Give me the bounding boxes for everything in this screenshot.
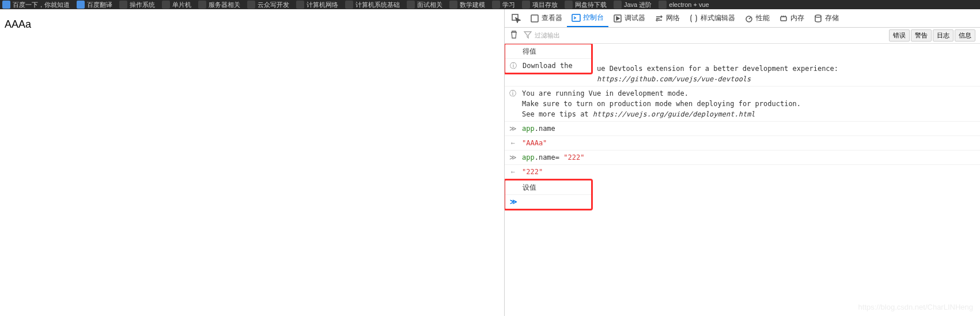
tab-storage[interactable]: 存储 <box>809 9 843 27</box>
filter-icon <box>523 30 532 41</box>
bookmark-label: 计算机系统基础 <box>355 1 400 9</box>
bookmark-label: 数学建模 <box>460 1 485 9</box>
console-message: ue Devtools extension for a better devel… <box>597 63 977 84</box>
bookmark-item[interactable]: 项目存放 <box>522 1 558 9</box>
picker-icon <box>512 14 521 23</box>
tab-label: 存储 <box>825 13 839 23</box>
bookmark-icon <box>522 1 530 9</box>
devtools-panel: 查看器 控制台 调试器 网络 样式编辑器 性能 <box>504 9 980 316</box>
bookmark-item[interactable]: 计算机网络 <box>296 1 338 9</box>
tab-inspector[interactable]: 查看器 <box>525 9 567 27</box>
console-input-text: app.name <box>522 123 977 134</box>
bookmark-icon <box>565 1 573 9</box>
main-container: AAAa 查看器 控制台 调试器 网络 <box>0 9 980 316</box>
highlight-box-1: 得值 ⓘ Download the <box>505 44 593 74</box>
filter-errors[interactable]: 错误 <box>889 29 910 42</box>
performance-icon <box>744 14 754 23</box>
bookmark-label: 百度一下，你就知道 <box>13 1 70 9</box>
output-arrow-icon: ← <box>508 138 517 148</box>
bookmark-icon <box>296 1 304 9</box>
trash-icon[interactable] <box>509 30 519 41</box>
bookmark-item[interactable]: 操作系统 <box>119 1 155 9</box>
console-input-row[interactable]: ≫ app.name <box>505 122 980 136</box>
info-icon: ⓘ <box>508 88 517 99</box>
bookmark-icon <box>345 1 353 9</box>
inspector-icon <box>530 14 539 23</box>
devtools-tabs: 查看器 控制台 调试器 网络 样式编辑器 性能 <box>505 9 980 28</box>
element-picker-button[interactable] <box>507 9 525 27</box>
filter-placeholder: 过滤输出 <box>535 31 560 40</box>
bookmark-label: 服务器相关 <box>209 1 240 9</box>
bookmark-label: 计算机网络 <box>307 1 338 9</box>
page-area: AAAa <box>0 9 504 316</box>
tab-performance[interactable]: 性能 <box>740 9 774 27</box>
console-message: 设值 <box>523 182 588 193</box>
tab-console[interactable]: 控制台 <box>567 9 608 27</box>
input-arrow-icon: ≫ <box>508 123 517 134</box>
input-arrow-icon: ≫ <box>508 152 517 163</box>
memory-icon <box>779 14 788 23</box>
console-output-row: ← "222" <box>505 165 980 179</box>
filter-logs[interactable]: 日志 <box>933 29 953 42</box>
debugger-icon <box>613 14 622 23</box>
styleeditor-icon <box>689 14 698 23</box>
bookmark-item[interactable]: 百度翻译 <box>77 1 112 9</box>
filter-warnings[interactable]: 警告 <box>911 29 932 42</box>
tab-label: 控制台 <box>583 13 604 22</box>
console-toolbar: 过滤输出 错误 警告 日志 信息 <box>505 28 980 44</box>
bookmark-label: Java 进阶 <box>624 1 652 9</box>
bookmark-item[interactable]: 计算机系统基础 <box>345 1 400 9</box>
filter-info[interactable]: 信息 <box>955 29 975 42</box>
bookmark-label: 操作系统 <box>130 1 155 9</box>
bookmark-label: 面试相关 <box>417 1 442 9</box>
console-log-row: 设值 <box>505 180 591 195</box>
bookmark-item[interactable]: 数学建模 <box>449 1 485 9</box>
bookmark-icon <box>407 1 415 9</box>
bookmark-icon <box>449 1 457 9</box>
bookmark-item[interactable]: 面试相关 <box>407 1 442 9</box>
bookmarks-bar: 百度一下，你就知道百度翻译操作系统单片机服务器相关云众写开发计算机网络计算机系统… <box>0 0 980 9</box>
bookmark-item[interactable]: Java 进阶 <box>614 1 652 9</box>
bookmark-label: 百度翻译 <box>87 1 112 9</box>
console-input-row[interactable]: ≫ app.name= "222" <box>505 151 980 165</box>
bookmark-item[interactable]: 单片机 <box>162 1 191 9</box>
filter-buttons: 错误 警告 日志 信息 <box>889 29 975 42</box>
bookmark-icon <box>119 1 127 9</box>
console-message: Download the <box>523 61 588 71</box>
console-output-text: "AAAa" <box>522 138 977 148</box>
console-info-row: ⓘ You are running Vue in development mod… <box>505 86 980 122</box>
console-icon <box>572 13 581 22</box>
bookmark-item[interactable]: 学习 <box>492 1 515 9</box>
console-prompt-row[interactable]: ≫ <box>505 195 591 209</box>
console-output-text: "222" <box>522 167 977 177</box>
console-input-text: app.name= "222" <box>522 152 977 163</box>
bookmark-icon <box>77 1 85 9</box>
page-content: AAAa <box>5 18 500 31</box>
console-body: 得值 ⓘ Download the ue Devtools extension … <box>505 44 980 316</box>
tab-label: 网络 <box>666 13 680 23</box>
tab-styleeditor[interactable]: 样式编辑器 <box>684 9 740 27</box>
prompt-arrow-icon: ≫ <box>509 197 518 207</box>
svg-rect-1 <box>531 15 538 22</box>
bookmark-item[interactable]: 百度一下，你就知道 <box>2 1 70 9</box>
bookmark-label: electron + vue <box>669 1 709 8</box>
console-message: You are running Vue in development mode.… <box>522 88 977 119</box>
tab-memory[interactable]: 内存 <box>774 9 809 27</box>
highlight-box-2: 设值 ≫ <box>505 179 593 210</box>
console-message: 得值 <box>523 46 588 57</box>
tab-network[interactable]: 网络 <box>650 9 684 27</box>
svg-rect-5 <box>781 17 786 21</box>
tab-debugger[interactable]: 调试器 <box>608 9 650 27</box>
bookmark-icon <box>659 1 667 9</box>
bookmark-item[interactable]: 云众写开发 <box>247 1 289 9</box>
bookmark-label: 学习 <box>502 1 515 9</box>
bookmark-item[interactable]: 服务器相关 <box>198 1 240 9</box>
tab-label: 样式编辑器 <box>701 13 735 23</box>
tab-label: 调试器 <box>625 13 645 23</box>
bookmark-item[interactable]: electron + vue <box>659 1 709 9</box>
bookmark-icon <box>2 1 10 9</box>
bookmark-icon <box>492 1 500 9</box>
filter-input[interactable]: 过滤输出 <box>523 30 560 41</box>
bookmark-item[interactable]: 网盘待下载 <box>565 1 607 9</box>
tab-label: 查看器 <box>542 13 562 23</box>
